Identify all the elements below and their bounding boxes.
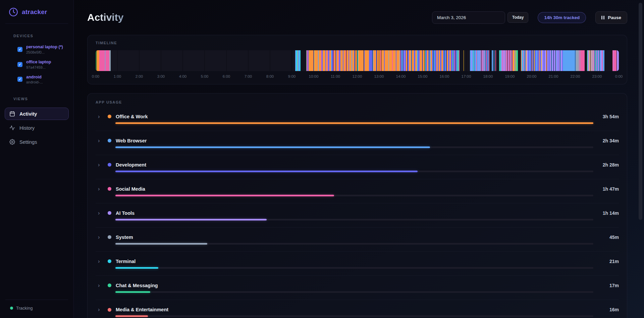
category-label: Terminal — [116, 259, 136, 264]
app-usage-row-header: ›Development2h 28m — [96, 162, 619, 168]
chevron-right-icon[interactable]: › — [98, 210, 103, 216]
category-bar-track — [115, 315, 593, 317]
category-bar-track — [115, 122, 593, 124]
timeline-hour-gridline — [422, 50, 423, 71]
timeline-tick-label: 4:00 — [179, 74, 186, 78]
scrollbar-thumb[interactable] — [639, 3, 642, 220]
checkbox-checked-icon[interactable]: ✓ — [17, 47, 22, 52]
app-usage-row[interactable]: ›Media & Entertainment16m — [96, 300, 619, 318]
timeline-tick-label: 1:00 — [114, 74, 121, 78]
chevron-right-icon[interactable]: › — [98, 235, 103, 240]
category-duration: 3h 54m — [603, 114, 619, 119]
calendar-icon — [9, 111, 15, 117]
main-content: Activity March 3, 2026 Today 14h 30m tra… — [74, 0, 644, 318]
sidebar-item-label: History — [19, 125, 35, 131]
device-item[interactable]: ✓androidandroid-... — [0, 72, 73, 87]
timeline-hour-gridline — [575, 50, 576, 71]
timeline-segment — [323, 50, 325, 71]
brand-name: atracker — [22, 8, 47, 16]
chevron-right-icon[interactable]: › — [98, 283, 103, 288]
timeline-hour-gridline — [182, 50, 183, 71]
timeline-tick-label: 21:00 — [549, 74, 558, 78]
activity-icon — [9, 125, 15, 131]
chevron-right-icon[interactable]: › — [98, 162, 103, 168]
pause-button-label: Pause — [608, 15, 621, 20]
app-usage-row-header: ›Web Browser2h 34m — [96, 138, 619, 143]
timeline-segment — [300, 50, 301, 71]
timeline-hour-gridline — [553, 50, 554, 71]
device-item[interactable]: ✓office laptop97a47459... — [0, 57, 73, 72]
timeline-tick-label: 14:00 — [396, 74, 406, 78]
category-duration: 1h 14m — [603, 210, 619, 216]
views-section-label: VIEWS — [0, 87, 73, 105]
chevron-right-icon[interactable]: › — [98, 307, 103, 312]
app-usage-row[interactable]: ›Chat & Messaging17m — [96, 276, 619, 300]
category-label: Office & Work — [116, 114, 148, 119]
device-text: androidandroid-... — [26, 75, 43, 84]
sidebar-item-settings[interactable]: Settings — [5, 136, 69, 148]
timeline-hour-gridline — [117, 50, 118, 71]
pause-button[interactable]: Pause — [595, 11, 627, 24]
category-bar-fill — [115, 315, 148, 317]
app-usage-row-header: ›Office & Work3h 54m — [96, 114, 619, 119]
timeline-segment — [617, 50, 619, 71]
app-usage-rows: ›Office & Work3h 54m›Web Browser2h 34m›D… — [96, 107, 619, 318]
timeline-tick-label: 18:00 — [483, 74, 493, 78]
timeline-segment — [396, 50, 399, 71]
device-id: 2508e5f0... — [26, 50, 63, 54]
timeline-segment — [381, 50, 384, 71]
timeline-tick-label: 3:00 — [157, 74, 165, 78]
sidebar-item-activity[interactable]: Activity — [5, 108, 69, 120]
category-color-dot — [108, 163, 111, 167]
timeline-hour-gridline — [488, 50, 488, 71]
category-duration: 21m — [609, 259, 619, 264]
chevron-right-icon[interactable]: › — [98, 186, 103, 192]
chevron-right-icon[interactable]: › — [98, 259, 103, 264]
timeline-hour-gridline — [248, 50, 249, 71]
app-usage-panel: APP USAGE ›Office & Work3h 54m›Web Brows… — [87, 93, 627, 318]
timeline-segment — [358, 50, 364, 71]
app-usage-row[interactable]: ›AI Tools1h 14m — [96, 203, 619, 228]
device-text: personal laptop (*)2508e5f0... — [26, 45, 63, 54]
timeline-segment — [373, 50, 376, 71]
app-usage-row[interactable]: ›Web Browser2h 34m — [96, 131, 619, 155]
timeline-hour-gridline — [379, 50, 379, 71]
today-button[interactable]: Today — [507, 12, 528, 23]
chevron-right-icon[interactable]: › — [98, 114, 103, 119]
timeline-hour-gridline — [335, 50, 336, 71]
category-bar-fill — [115, 171, 418, 172]
device-list: ✓personal laptop (*)2508e5f0...✓office l… — [0, 42, 73, 87]
timeline-segment — [459, 50, 460, 71]
timeline-axis: 0:001:002:003:004:005:006:007:008:009:00… — [96, 74, 619, 79]
timeline-segment — [352, 50, 354, 71]
devices-section-label: DEVICES — [0, 24, 73, 42]
timeline-hour-gridline — [597, 50, 597, 71]
chevron-right-icon[interactable]: › — [98, 138, 103, 143]
timeline-tick-label: 5:00 — [201, 74, 208, 78]
category-duration: 17m — [609, 283, 619, 288]
app-usage-row[interactable]: ›System45m — [96, 228, 619, 252]
tracking-label: Tracking — [16, 306, 33, 311]
app-usage-row[interactable]: ›Terminal21m — [96, 252, 619, 276]
app-usage-row[interactable]: ›Social Media1h 47m — [96, 179, 619, 203]
brand: atracker — [0, 0, 73, 23]
timeline-segment — [346, 50, 348, 71]
category-bar-track — [115, 219, 593, 220]
timeline-hour-gridline — [531, 50, 532, 71]
app-usage-row[interactable]: ›Office & Work3h 54m — [96, 107, 619, 131]
timeline-segment — [349, 50, 351, 71]
app-usage-row[interactable]: ›Development2h 28m — [96, 155, 619, 179]
device-name: android — [26, 75, 43, 80]
timeline-segment — [385, 50, 388, 71]
sidebar-item-history[interactable]: History — [5, 122, 69, 134]
category-bar-fill — [115, 291, 150, 293]
device-item[interactable]: ✓personal laptop (*)2508e5f0... — [0, 42, 73, 57]
timeline-hour-gridline — [226, 50, 227, 71]
date-input[interactable]: March 3, 2026 — [432, 11, 505, 24]
timeline-track — [96, 50, 619, 71]
timeline-segment — [418, 50, 420, 71]
checkbox-checked-icon[interactable]: ✓ — [17, 62, 22, 67]
checkbox-checked-icon[interactable]: ✓ — [17, 77, 22, 82]
timeline-segment — [420, 50, 422, 71]
timeline-tick-label: 0:00 — [92, 74, 99, 78]
